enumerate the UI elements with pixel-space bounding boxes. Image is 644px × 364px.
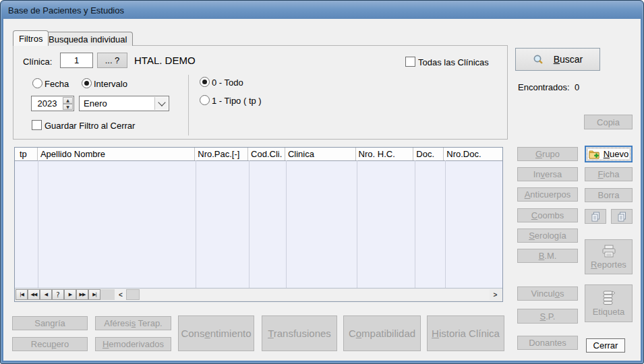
- col-header-nro-hc[interactable]: Nro. H.C.: [356, 148, 414, 160]
- sp-label: S.P.: [540, 311, 556, 322]
- vinculos-button[interactable]: Vinculos: [517, 286, 578, 301]
- grid-column-line: [196, 160, 196, 289]
- dialog-client-area: Filtros Busqueda individual Clínica: ...…: [3, 19, 641, 361]
- save-filter-checkbox[interactable]: [32, 120, 42, 130]
- sp-button[interactable]: S.P.: [517, 309, 578, 324]
- grid-column-line: [38, 160, 38, 289]
- aferesis-terap-button[interactable]: Aféresis Terap.: [95, 316, 171, 330]
- recupero-button[interactable]: Recupero: [12, 337, 88, 351]
- tab-busqueda-label: Busqueda individual: [49, 34, 127, 44]
- copy-record-button-2[interactable]: [611, 209, 633, 224]
- all-clinics-label: Todas las Clínicas: [418, 57, 489, 67]
- save-filter-label: Guardar Filtro al Cerrar: [45, 121, 135, 131]
- all-clinics-checkbox[interactable]: [405, 57, 415, 67]
- coombs-label: Coombs: [531, 210, 564, 220]
- sangria-button[interactable]: Sangría: [12, 316, 88, 330]
- copia-button[interactable]: Copia: [584, 115, 633, 129]
- buscar-button[interactable]: Buscar: [515, 48, 600, 71]
- donantes-button[interactable]: Donantes: [517, 336, 578, 350]
- scroll-left-icon[interactable]: <: [116, 289, 125, 300]
- ficha-button[interactable]: Ficha: [585, 167, 633, 181]
- col-header-cod-cli[interactable]: Cod.Cli.: [248, 148, 285, 160]
- dialog-window: Base de Pacientes y Estudios Filtros Bus…: [0, 0, 644, 364]
- coombs-button[interactable]: Coombs: [517, 208, 578, 222]
- year-input[interactable]: [32, 97, 62, 110]
- inversa-button[interactable]: Inversa: [517, 167, 578, 181]
- magnifier-icon: [533, 54, 544, 65]
- historia-clinica-button[interactable]: Historia Clínica: [427, 315, 504, 351]
- hscrollbar-thumb[interactable]: [126, 289, 140, 300]
- nav-next-button[interactable]: ▶: [64, 289, 76, 300]
- borra-button[interactable]: Borra: [585, 188, 633, 202]
- anticuerpos-button[interactable]: Anticuerpos: [517, 187, 578, 202]
- borra-label: Borra: [598, 190, 620, 200]
- intervalo-label: Intervalo: [94, 79, 127, 89]
- compatibilidad-label: Compatibilidad: [349, 328, 415, 339]
- col-header-doc[interactable]: Doc.: [413, 148, 444, 160]
- nav-first-button[interactable]: |◀: [16, 289, 28, 300]
- bm-label: B.M.: [539, 251, 557, 261]
- col-header-nro-doc[interactable]: Nro.Doc.: [444, 148, 502, 160]
- cerrar-label: Cerrar: [593, 340, 618, 351]
- col-header-clinica[interactable]: Clinica: [285, 148, 356, 160]
- nav-search-button[interactable]: ?: [52, 289, 64, 300]
- cerrar-button[interactable]: Cerrar: [586, 338, 625, 353]
- tab-filtros[interactable]: Filtros: [13, 30, 49, 46]
- grid-navigator: |◀ ◀◀ ◀ ? ▶ ▶▶ ▶| < >: [15, 288, 502, 301]
- nav-fast-prev-button[interactable]: ◀◀: [28, 289, 40, 300]
- grupo-button[interactable]: Grupo: [517, 147, 578, 161]
- todo-label: 0 - Todo: [212, 78, 243, 88]
- copy-page-icon: [591, 212, 601, 222]
- clinic-lookup-button[interactable]: ... ?: [97, 53, 127, 68]
- folder-plus-icon: [589, 149, 601, 159]
- nav-last-button[interactable]: ▶|: [88, 289, 100, 300]
- dropdown-arrow-button[interactable]: [154, 97, 168, 110]
- month-dropdown[interactable]: Enero: [79, 96, 169, 111]
- nuevo-button[interactable]: Nuevo: [585, 146, 633, 162]
- chevron-down-icon: [158, 98, 165, 106]
- consentimiento-button[interactable]: Consentimiento: [178, 315, 254, 351]
- clinic-number-input[interactable]: [60, 53, 93, 68]
- copy-record-button-1[interactable]: [585, 209, 606, 224]
- recupero-label: Recupero: [31, 339, 69, 349]
- todo-radio[interactable]: [200, 77, 210, 87]
- serologia-button[interactable]: Serología: [517, 229, 578, 243]
- fecha-radio[interactable]: [32, 78, 42, 88]
- grid-header-row: tp Apellido Nombre Nro.Pac.[-] Cod.Cli. …: [15, 148, 502, 161]
- tab-busqueda-individual[interactable]: Busqueda individual: [42, 32, 133, 46]
- aferesis-label: Aféresis Terap.: [104, 318, 162, 328]
- clinic-name-text: HTAL. DEMO: [134, 55, 196, 66]
- hscrollbar-track[interactable]: [115, 289, 490, 300]
- window-title: Base de Pacientes y Estudios: [8, 5, 124, 16]
- reportes-button[interactable]: Reportes: [585, 239, 633, 274]
- etiqueta-label: Etiqueta: [593, 307, 625, 317]
- col-header-nro-pac[interactable]: Nro.Pac.[-]: [195, 148, 248, 160]
- labels-icon: [601, 290, 617, 306]
- col-header-tp[interactable]: tp: [15, 148, 38, 160]
- compatibilidad-button[interactable]: Compatibilidad: [343, 315, 421, 351]
- intervalo-radio[interactable]: [82, 78, 92, 88]
- hemoderivados-button[interactable]: Hemoderivados: [95, 337, 171, 351]
- sangria-label: Sangría: [34, 318, 65, 328]
- spin-up-icon[interactable]: ▲: [63, 97, 73, 104]
- anticuerpos-label: Anticuerpos: [525, 189, 571, 200]
- nav-fast-next-button[interactable]: ▶▶: [76, 289, 88, 300]
- tipo-radio[interactable]: [200, 95, 210, 105]
- transfusiones-button[interactable]: Transfusiones: [262, 315, 337, 351]
- hemoderivados-label: Hemoderivados: [103, 339, 164, 349]
- scroll-right-icon[interactable]: >: [490, 289, 501, 300]
- col-header-apellido-nombre[interactable]: Apellido Nombre: [38, 148, 195, 160]
- patients-grid[interactable]: tp Apellido Nombre Nro.Pac.[-] Cod.Cli. …: [14, 147, 503, 302]
- hscrollbar-spacer: [100, 289, 115, 300]
- copy-page-icon: [617, 212, 627, 222]
- historia-label: Historia Clínica: [432, 328, 500, 339]
- spin-down-icon[interactable]: ▼: [63, 104, 73, 111]
- filters-divider: [188, 75, 189, 135]
- found-count: 0: [575, 82, 579, 92]
- nav-prev-button[interactable]: ◀: [40, 289, 52, 300]
- serologia-label: Serología: [529, 231, 566, 241]
- printer-icon: [602, 245, 616, 258]
- etiqueta-button[interactable]: Etiqueta: [585, 284, 633, 322]
- bm-button[interactable]: B.M.: [517, 249, 578, 263]
- consentimiento-label: Consentimiento: [181, 328, 251, 339]
